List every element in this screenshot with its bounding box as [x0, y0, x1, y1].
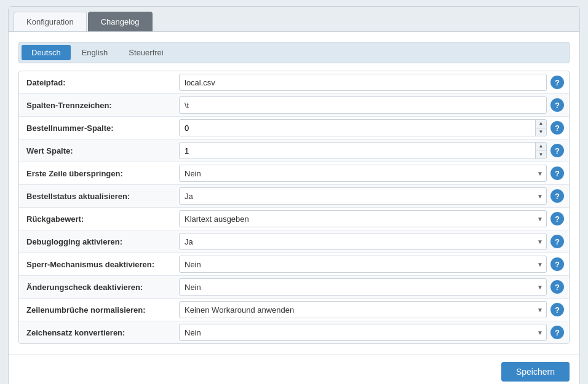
- label-aenderungscheck: Änderungscheck deaktivieren:: [19, 279, 179, 296]
- help-btn-bestellnummer-spalte[interactable]: ?: [550, 121, 564, 135]
- select-wrapper-zeichensatz: Nein UTF-8 ISO-8859-1 ▼: [179, 324, 547, 341]
- select-aenderungscheck[interactable]: Nein Ja: [179, 278, 547, 296]
- spinbox-up-wert[interactable]: ▲: [536, 143, 546, 151]
- label-sperr-mechanismus: Sperr-Mechanismus deaktivieren:: [19, 256, 179, 273]
- control-sperr-mechanismus: Nein Ja ▼ ?: [179, 253, 569, 275]
- label-rueckgabewert: Rückgabewert:: [19, 211, 179, 227]
- label-erste-zeile: Erste Zeile überspringen:: [19, 165, 179, 182]
- spinbox-bestellnummer: ▲ ▼: [179, 119, 547, 136]
- spinbox-down-wert[interactable]: ▼: [536, 151, 546, 159]
- select-debuglogging[interactable]: Ja Nein: [179, 233, 547, 250]
- spinbox-buttons-bestellnummer: ▲ ▼: [535, 120, 546, 136]
- select-wrapper-bestellstatus: Ja Nein ▼: [179, 187, 547, 205]
- help-btn-zeilenumbrueche[interactable]: ?: [550, 303, 564, 316]
- select-wrapper-rueckgabewert: Klartext ausgeben Statuscode ▼: [179, 210, 547, 227]
- tab-changelog[interactable]: Changelog: [88, 12, 153, 31]
- lang-tab-deutsch[interactable]: Deutsch: [22, 45, 71, 60]
- select-rueckgabewert[interactable]: Klartext ausgeben Statuscode: [179, 210, 547, 227]
- row-zeilenumbrueche: Zeilenumbrüche normalisieren: Keinen Wor…: [19, 299, 569, 321]
- row-sperr-mechanismus: Sperr-Mechanismus deaktivieren: Nein Ja …: [19, 253, 569, 276]
- control-bestellnummer-spalte: ▲ ▼ ?: [179, 117, 569, 139]
- control-zeilenumbrueche: Keinen Workaround anwenden LF CRLF ▼ ?: [179, 299, 569, 321]
- label-spalten-trennzeichen: Spalten-Trennzeichen:: [19, 97, 179, 114]
- label-wert-spalte: Wert Spalte:: [19, 143, 179, 159]
- footer: Speichern: [9, 354, 579, 384]
- label-zeichensatz: Zeichensatz konvertieren:: [19, 324, 179, 341]
- help-btn-rueckgabewert[interactable]: ?: [550, 212, 564, 225]
- spinbox-up-bestellnummer[interactable]: ▲: [536, 120, 546, 128]
- select-wrapper-sperr-mechanismus: Nein Ja ▼: [179, 256, 547, 273]
- row-aenderungscheck: Änderungscheck deaktivieren: Nein Ja ▼ ?: [19, 276, 569, 299]
- help-btn-debuglogging[interactable]: ?: [550, 235, 564, 248]
- control-bestellstatus: Ja Nein ▼ ?: [179, 185, 569, 207]
- input-spalten-trennzeichen[interactable]: [179, 96, 547, 114]
- tab-konfiguration[interactable]: Konfiguration: [14, 12, 87, 31]
- select-erste-zeile[interactable]: Nein Ja: [179, 165, 547, 182]
- help-btn-zeichensatz[interactable]: ?: [550, 326, 564, 339]
- label-dateipfad: Dateipfad:: [19, 74, 179, 91]
- tab-bar: Konfiguration Changelog: [9, 7, 579, 32]
- select-zeichensatz[interactable]: Nein UTF-8 ISO-8859-1: [179, 324, 547, 341]
- select-wrapper-erste-zeile: Nein Ja ▼: [179, 165, 547, 182]
- select-bestellstatus[interactable]: Ja Nein: [179, 187, 547, 205]
- help-btn-bestellstatus[interactable]: ?: [550, 189, 564, 203]
- control-erste-zeile: Nein Ja ▼ ?: [179, 162, 569, 184]
- save-button[interactable]: Speichern: [501, 362, 570, 382]
- help-btn-erste-zeile[interactable]: ?: [550, 167, 564, 180]
- help-btn-dateipfad[interactable]: ?: [550, 76, 564, 89]
- lang-tab-english[interactable]: English: [72, 45, 118, 60]
- control-dateipfad: ?: [179, 71, 569, 93]
- control-rueckgabewert: Klartext ausgeben Statuscode ▼ ?: [179, 208, 569, 230]
- row-zeichensatz: Zeichensatz konvertieren: Nein UTF-8 ISO…: [19, 321, 569, 343]
- row-bestellstatus: Bestellstatus aktualisieren: Ja Nein ▼ ?: [19, 185, 569, 208]
- label-debuglogging: Debuglogging aktivieren:: [19, 233, 179, 250]
- row-erste-zeile: Erste Zeile überspringen: Nein Ja ▼ ?: [19, 162, 569, 185]
- form-section: Dateipfad: ? Spalten-Trennzeichen: ? Bes…: [18, 71, 570, 344]
- lang-tab-steuerfrei[interactable]: Steuerfrei: [119, 45, 173, 60]
- row-bestellnummer-spalte: Bestellnummer-Spalte: ▲ ▼ ?: [19, 117, 569, 139]
- spinbox-wert: ▲ ▼: [179, 142, 547, 159]
- row-rueckgabewert: Rückgabewert: Klartext ausgeben Statusco…: [19, 208, 569, 230]
- control-wert-spalte: ▲ ▼ ?: [179, 139, 569, 162]
- select-wrapper-aenderungscheck: Nein Ja ▼: [179, 278, 547, 296]
- input-dateipfad[interactable]: [179, 74, 547, 91]
- spinbox-down-bestellnummer[interactable]: ▼: [536, 128, 546, 136]
- row-dateipfad: Dateipfad: ?: [19, 71, 569, 94]
- main-container: Konfiguration Changelog Deutsch English …: [8, 6, 580, 384]
- select-wrapper-zeilenumbrueche: Keinen Workaround anwenden LF CRLF ▼: [179, 301, 547, 318]
- control-aenderungscheck: Nein Ja ▼ ?: [179, 276, 569, 298]
- row-debuglogging: Debuglogging aktivieren: Ja Nein ▼ ?: [19, 230, 569, 253]
- control-spalten-trennzeichen: ?: [179, 94, 569, 116]
- content-area: Deutsch English Steuerfrei Dateipfad: ? …: [9, 32, 579, 354]
- help-btn-spalten-trennzeichen[interactable]: ?: [550, 98, 564, 112]
- spinbox-input-bestellnummer[interactable]: [180, 120, 535, 136]
- spinbox-input-wert[interactable]: [180, 143, 535, 159]
- row-wert-spalte: Wert Spalte: ▲ ▼ ?: [19, 139, 569, 162]
- label-zeilenumbrueche: Zeilenumbrüche normalisieren:: [19, 302, 179, 318]
- label-bestellstatus: Bestellstatus aktualisieren:: [19, 188, 179, 205]
- select-zeilenumbrueche[interactable]: Keinen Workaround anwenden LF CRLF: [179, 301, 547, 318]
- spinbox-buttons-wert: ▲ ▼: [535, 143, 546, 159]
- help-btn-sperr-mechanismus[interactable]: ?: [550, 257, 564, 271]
- help-btn-wert-spalte[interactable]: ?: [550, 144, 564, 157]
- control-zeichensatz: Nein UTF-8 ISO-8859-1 ▼ ?: [179, 321, 569, 343]
- control-debuglogging: Ja Nein ▼ ?: [179, 230, 569, 253]
- row-spalten-trennzeichen: Spalten-Trennzeichen: ?: [19, 94, 569, 117]
- help-btn-aenderungscheck[interactable]: ?: [550, 280, 564, 294]
- select-sperr-mechanismus[interactable]: Nein Ja: [179, 256, 547, 273]
- lang-tab-bar: Deutsch English Steuerfrei: [18, 42, 570, 63]
- label-bestellnummer-spalte: Bestellnummer-Spalte:: [19, 120, 179, 136]
- select-wrapper-debuglogging: Ja Nein ▼: [179, 233, 547, 250]
